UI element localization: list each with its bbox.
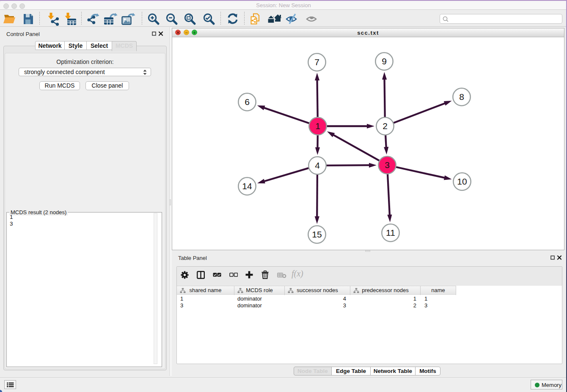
svg-text:3: 3 (385, 160, 390, 170)
svg-text:8: 8 (459, 92, 464, 102)
svg-text:7: 7 (314, 57, 319, 67)
svg-text:9: 9 (382, 56, 387, 66)
svg-text:15: 15 (312, 229, 322, 239)
svg-text:11: 11 (386, 228, 395, 237)
svg-text:14: 14 (242, 181, 252, 191)
svg-text:6: 6 (245, 97, 250, 107)
svg-text:4: 4 (315, 160, 320, 170)
svg-text:10: 10 (457, 177, 467, 186)
svg-text:1: 1 (315, 121, 320, 131)
svg-text:2: 2 (383, 121, 388, 131)
